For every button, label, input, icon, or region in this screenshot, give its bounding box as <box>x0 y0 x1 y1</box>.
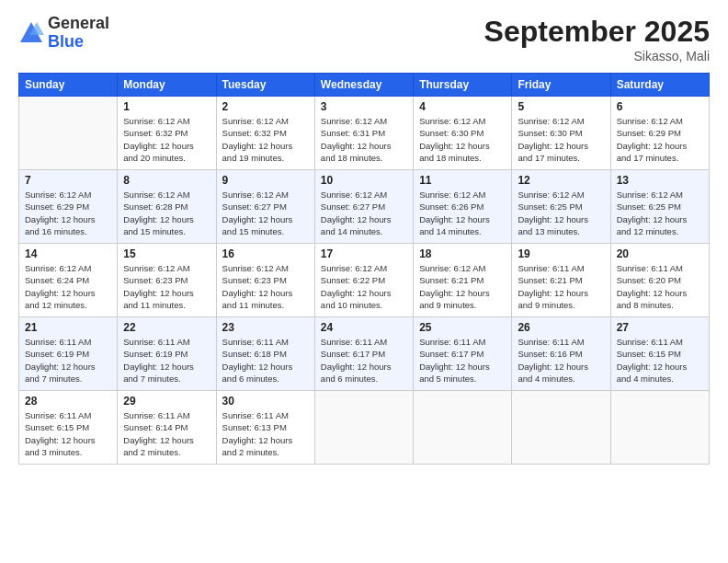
day-number: 18 <box>419 247 506 260</box>
day-cell: 1Sunrise: 6:12 AM Sunset: 6:32 PM Daylig… <box>118 97 216 170</box>
day-info: Sunrise: 6:12 AM Sunset: 6:25 PM Dayligh… <box>518 189 604 237</box>
logo-general: General <box>48 14 109 32</box>
day-number: 23 <box>222 321 309 334</box>
header: General Blue September 2025 Sikasso, Mal… <box>18 15 710 63</box>
week-row-0: 1Sunrise: 6:12 AM Sunset: 6:32 PM Daylig… <box>19 97 710 170</box>
day-cell: 17Sunrise: 6:12 AM Sunset: 6:22 PM Dayli… <box>314 244 413 317</box>
day-info: Sunrise: 6:11 AM Sunset: 6:14 PM Dayligh… <box>123 409 210 458</box>
day-info: Sunrise: 6:12 AM Sunset: 6:32 PM Dayligh… <box>222 115 309 164</box>
day-cell <box>512 391 610 465</box>
day-number: 26 <box>518 321 604 334</box>
day-number: 5 <box>518 100 604 113</box>
day-cell: 29Sunrise: 6:11 AM Sunset: 6:14 PM Dayli… <box>118 391 216 465</box>
day-number: 2 <box>222 100 309 113</box>
day-cell: 30Sunrise: 6:11 AM Sunset: 6:13 PM Dayli… <box>216 391 314 465</box>
day-cell: 7Sunrise: 6:12 AM Sunset: 6:29 PM Daylig… <box>19 170 118 244</box>
day-number: 1 <box>123 100 210 113</box>
day-number: 14 <box>25 247 111 260</box>
day-number: 30 <box>222 395 309 408</box>
day-info: Sunrise: 6:12 AM Sunset: 6:31 PM Dayligh… <box>321 115 407 164</box>
day-number: 29 <box>123 395 210 408</box>
day-number: 13 <box>617 174 703 187</box>
day-number: 4 <box>419 100 506 113</box>
day-number: 6 <box>617 100 703 113</box>
day-info: Sunrise: 6:12 AM Sunset: 6:30 PM Dayligh… <box>419 115 506 164</box>
day-info: Sunrise: 6:12 AM Sunset: 6:29 PM Dayligh… <box>617 115 703 164</box>
day-cell: 21Sunrise: 6:11 AM Sunset: 6:19 PM Dayli… <box>19 317 118 391</box>
day-info: Sunrise: 6:11 AM Sunset: 6:19 PM Dayligh… <box>25 336 111 385</box>
day-cell <box>314 391 413 465</box>
day-number: 7 <box>25 174 111 187</box>
day-number: 17 <box>321 247 407 260</box>
logo-icon <box>18 20 44 46</box>
day-cell: 14Sunrise: 6:12 AM Sunset: 6:24 PM Dayli… <box>19 244 118 317</box>
day-cell: 2Sunrise: 6:12 AM Sunset: 6:32 PM Daylig… <box>216 97 314 170</box>
weekday-saturday: Saturday <box>610 74 709 97</box>
day-info: Sunrise: 6:11 AM Sunset: 6:15 PM Dayligh… <box>617 336 703 385</box>
day-number: 16 <box>222 247 309 260</box>
calendar: SundayMondayTuesdayWednesdayThursdayFrid… <box>18 73 710 465</box>
day-cell: 20Sunrise: 6:11 AM Sunset: 6:20 PM Dayli… <box>610 244 709 317</box>
day-cell: 23Sunrise: 6:11 AM Sunset: 6:18 PM Dayli… <box>216 317 314 391</box>
day-info: Sunrise: 6:12 AM Sunset: 6:25 PM Dayligh… <box>617 189 703 237</box>
day-info: Sunrise: 6:12 AM Sunset: 6:30 PM Dayligh… <box>518 115 604 164</box>
day-cell: 4Sunrise: 6:12 AM Sunset: 6:30 PM Daylig… <box>414 97 512 170</box>
title-section: September 2025 Sikasso, Mali <box>484 15 710 63</box>
week-row-2: 14Sunrise: 6:12 AM Sunset: 6:24 PM Dayli… <box>19 244 710 317</box>
day-cell: 5Sunrise: 6:12 AM Sunset: 6:30 PM Daylig… <box>512 97 610 170</box>
week-row-4: 28Sunrise: 6:11 AM Sunset: 6:15 PM Dayli… <box>19 391 710 465</box>
day-cell: 18Sunrise: 6:12 AM Sunset: 6:21 PM Dayli… <box>414 244 512 317</box>
location: Sikasso, Mali <box>484 49 710 63</box>
day-number: 15 <box>123 247 210 260</box>
day-info: Sunrise: 6:12 AM Sunset: 6:29 PM Dayligh… <box>25 189 111 237</box>
day-number: 24 <box>321 321 407 334</box>
day-cell: 22Sunrise: 6:11 AM Sunset: 6:19 PM Dayli… <box>118 317 216 391</box>
weekday-monday: Monday <box>118 74 216 97</box>
day-info: Sunrise: 6:12 AM Sunset: 6:27 PM Dayligh… <box>222 189 309 237</box>
day-info: Sunrise: 6:12 AM Sunset: 6:27 PM Dayligh… <box>321 189 407 237</box>
weekday-header-row: SundayMondayTuesdayWednesdayThursdayFrid… <box>19 74 710 97</box>
day-info: Sunrise: 6:11 AM Sunset: 6:19 PM Dayligh… <box>123 336 210 385</box>
day-info: Sunrise: 6:11 AM Sunset: 6:15 PM Dayligh… <box>25 409 111 458</box>
weekday-friday: Friday <box>512 74 610 97</box>
logo-text: General Blue <box>48 15 109 52</box>
day-cell: 27Sunrise: 6:11 AM Sunset: 6:15 PM Dayli… <box>610 317 709 391</box>
weekday-tuesday: Tuesday <box>216 74 314 97</box>
day-info: Sunrise: 6:12 AM Sunset: 6:32 PM Dayligh… <box>123 115 210 164</box>
day-info: Sunrise: 6:12 AM Sunset: 6:21 PM Dayligh… <box>419 262 506 311</box>
day-cell <box>19 97 118 170</box>
day-cell: 16Sunrise: 6:12 AM Sunset: 6:23 PM Dayli… <box>216 244 314 317</box>
day-info: Sunrise: 6:11 AM Sunset: 6:18 PM Dayligh… <box>222 336 309 385</box>
week-row-3: 21Sunrise: 6:11 AM Sunset: 6:19 PM Dayli… <box>19 317 710 391</box>
day-number: 10 <box>321 174 407 187</box>
day-number: 20 <box>617 247 703 260</box>
day-cell: 9Sunrise: 6:12 AM Sunset: 6:27 PM Daylig… <box>216 170 314 244</box>
day-cell <box>414 391 512 465</box>
week-row-1: 7Sunrise: 6:12 AM Sunset: 6:29 PM Daylig… <box>19 170 710 244</box>
day-info: Sunrise: 6:11 AM Sunset: 6:17 PM Dayligh… <box>321 336 407 385</box>
weekday-wednesday: Wednesday <box>314 74 413 97</box>
day-info: Sunrise: 6:12 AM Sunset: 6:28 PM Dayligh… <box>123 189 210 237</box>
day-cell: 24Sunrise: 6:11 AM Sunset: 6:17 PM Dayli… <box>314 317 413 391</box>
day-cell <box>610 391 709 465</box>
day-info: Sunrise: 6:11 AM Sunset: 6:20 PM Dayligh… <box>617 262 703 311</box>
day-cell: 12Sunrise: 6:12 AM Sunset: 6:25 PM Dayli… <box>512 170 610 244</box>
day-info: Sunrise: 6:12 AM Sunset: 6:23 PM Dayligh… <box>123 262 210 311</box>
day-number: 27 <box>617 321 703 334</box>
day-number: 11 <box>419 174 506 187</box>
day-number: 19 <box>518 247 604 260</box>
day-info: Sunrise: 6:12 AM Sunset: 6:22 PM Dayligh… <box>321 262 407 311</box>
day-cell: 6Sunrise: 6:12 AM Sunset: 6:29 PM Daylig… <box>610 97 709 170</box>
logo: General Blue <box>18 15 109 52</box>
day-cell: 11Sunrise: 6:12 AM Sunset: 6:26 PM Dayli… <box>414 170 512 244</box>
day-info: Sunrise: 6:11 AM Sunset: 6:17 PM Dayligh… <box>419 336 506 385</box>
day-cell: 15Sunrise: 6:12 AM Sunset: 6:23 PM Dayli… <box>118 244 216 317</box>
day-info: Sunrise: 6:11 AM Sunset: 6:21 PM Dayligh… <box>518 262 604 311</box>
day-number: 28 <box>25 395 111 408</box>
day-number: 3 <box>321 100 407 113</box>
day-info: Sunrise: 6:12 AM Sunset: 6:26 PM Dayligh… <box>419 189 506 237</box>
day-cell: 28Sunrise: 6:11 AM Sunset: 6:15 PM Dayli… <box>19 391 118 465</box>
weekday-thursday: Thursday <box>414 74 512 97</box>
day-number: 21 <box>25 321 111 334</box>
day-cell: 25Sunrise: 6:11 AM Sunset: 6:17 PM Dayli… <box>414 317 512 391</box>
